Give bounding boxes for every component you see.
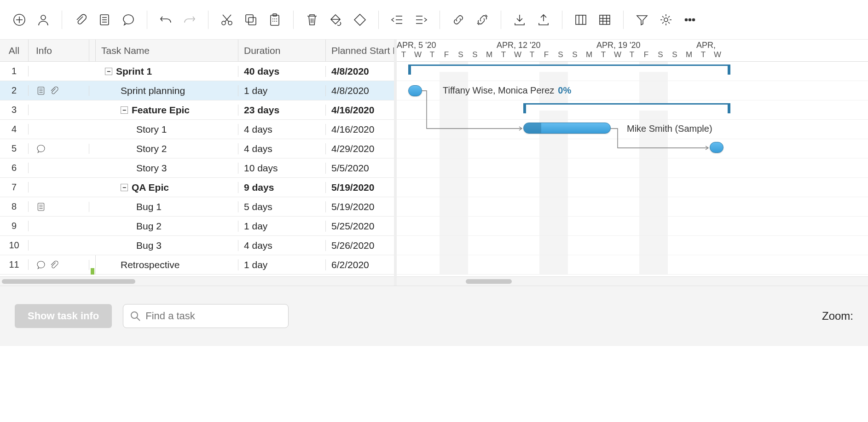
add-button[interactable] bbox=[9, 10, 29, 30]
gantt-body[interactable]: Tiffany Wise, Monica Perez0% Mike Smith … bbox=[397, 62, 868, 275]
col-header-start[interactable]: Planned Start D bbox=[326, 40, 394, 61]
col-header-all[interactable]: All bbox=[0, 40, 29, 61]
search-box[interactable] bbox=[123, 304, 289, 328]
unlink-button[interactable] bbox=[472, 10, 492, 30]
task-row[interactable]: 1−Sprint 140 days4/8/2020 bbox=[0, 62, 394, 81]
task-row[interactable]: 6Story 310 days5/5/2020 bbox=[0, 158, 394, 178]
fill-button[interactable] bbox=[326, 10, 346, 30]
notes-button[interactable] bbox=[94, 10, 115, 30]
row-number[interactable]: 9 bbox=[0, 221, 29, 231]
task-name-cell[interactable]: Bug 3 bbox=[96, 240, 238, 251]
task-name-cell[interactable]: Bug 2 bbox=[96, 221, 238, 232]
upload-button[interactable] bbox=[533, 10, 554, 30]
start-date-cell[interactable]: 6/2/2020 bbox=[326, 259, 394, 270]
settings-button[interactable] bbox=[656, 10, 676, 30]
duration-cell[interactable]: 4 days bbox=[238, 143, 326, 154]
show-task-info-button[interactable]: Show task info bbox=[15, 304, 112, 328]
row-number[interactable]: 4 bbox=[0, 124, 29, 135]
columns-button[interactable] bbox=[571, 10, 591, 30]
expand-toggle[interactable]: − bbox=[121, 106, 128, 114]
paste-button[interactable] bbox=[265, 10, 285, 30]
task-name-cell[interactable]: Bug 1 bbox=[96, 201, 238, 212]
person-button[interactable] bbox=[33, 10, 53, 30]
row-number[interactable]: 5 bbox=[0, 143, 29, 154]
more-button[interactable] bbox=[680, 10, 700, 30]
copy-button[interactable] bbox=[241, 10, 261, 30]
start-date-cell[interactable]: 5/19/2020 bbox=[326, 201, 394, 212]
delete-button[interactable] bbox=[302, 10, 322, 30]
duration-cell[interactable]: 4 days bbox=[238, 240, 326, 251]
task-name-cell[interactable]: Story 1 bbox=[96, 124, 238, 135]
download-button[interactable] bbox=[509, 10, 530, 30]
row-number[interactable]: 6 bbox=[0, 163, 29, 173]
grid-button[interactable] bbox=[595, 10, 615, 30]
task-row[interactable]: 4Story 14 days4/16/2020 bbox=[0, 120, 394, 139]
grid-horizontal-scrollbar[interactable] bbox=[0, 276, 394, 286]
duration-cell[interactable]: 5 days bbox=[238, 201, 326, 212]
start-date-cell[interactable]: 5/25/2020 bbox=[326, 221, 394, 232]
cut-button[interactable] bbox=[217, 10, 237, 30]
task-name-cell[interactable]: −QA Epic bbox=[96, 182, 238, 193]
row-number[interactable]: 3 bbox=[0, 105, 29, 115]
duration-cell[interactable]: 40 days bbox=[238, 66, 326, 77]
task-row[interactable]: 5Story 24 days4/29/2020 bbox=[0, 139, 394, 158]
task-name-cell[interactable]: −Sprint 1 bbox=[96, 66, 238, 77]
outdent-button[interactable] bbox=[387, 10, 407, 30]
comment-icon[interactable] bbox=[36, 260, 46, 270]
task-row[interactable]: 7−QA Epic9 days5/19/2020 bbox=[0, 178, 394, 197]
start-date-cell[interactable]: 4/8/2020 bbox=[326, 66, 394, 77]
indent-button[interactable] bbox=[411, 10, 431, 30]
task-row[interactable]: 8Bug 15 days5/19/2020 bbox=[0, 197, 394, 217]
task-row[interactable]: 10Bug 34 days5/26/2020 bbox=[0, 236, 394, 255]
day-label: F bbox=[440, 50, 454, 61]
duration-cell[interactable]: 4 days bbox=[238, 124, 326, 135]
undo-button[interactable] bbox=[156, 10, 176, 30]
row-number[interactable]: 1 bbox=[0, 66, 29, 76]
clip-icon[interactable] bbox=[49, 86, 59, 96]
expand-toggle[interactable]: − bbox=[105, 68, 112, 75]
notes-icon[interactable] bbox=[36, 202, 46, 212]
row-number[interactable]: 11 bbox=[0, 259, 29, 270]
task-row[interactable]: 2Sprint planning1 day4/8/2020 bbox=[0, 81, 394, 100]
col-header-task[interactable]: Task Name bbox=[96, 40, 238, 61]
task-row[interactable]: 9Bug 21 day5/25/2020 bbox=[0, 217, 394, 236]
attachment-button[interactable] bbox=[70, 10, 91, 30]
row-number[interactable]: 7 bbox=[0, 182, 29, 193]
col-header-duration[interactable]: Duration bbox=[238, 40, 326, 61]
comment-button[interactable] bbox=[118, 10, 139, 30]
task-name-cell[interactable]: −Feature Epic bbox=[96, 105, 238, 116]
task-row[interactable]: 3−Feature Epic23 days4/16/2020 bbox=[0, 100, 394, 120]
col-header-info[interactable]: Info bbox=[29, 40, 89, 61]
expand-toggle[interactable]: − bbox=[121, 184, 128, 191]
diamond-button[interactable] bbox=[350, 10, 370, 30]
task-name-cell[interactable]: Story 3 bbox=[96, 163, 238, 174]
redo-button[interactable] bbox=[179, 10, 200, 30]
start-date-cell[interactable]: 5/19/2020 bbox=[326, 182, 394, 193]
start-date-cell[interactable]: 5/5/2020 bbox=[326, 163, 394, 174]
link-button[interactable] bbox=[448, 10, 469, 30]
clip-icon[interactable] bbox=[49, 260, 59, 270]
row-number[interactable]: 10 bbox=[0, 240, 29, 251]
duration-cell[interactable]: 1 day bbox=[238, 85, 326, 96]
duration-cell[interactable]: 1 day bbox=[238, 221, 326, 232]
start-date-cell[interactable]: 4/16/2020 bbox=[326, 105, 394, 116]
gantt-horizontal-scrollbar[interactable] bbox=[397, 276, 868, 286]
row-number[interactable]: 8 bbox=[0, 201, 29, 212]
task-name-cell[interactable]: Sprint planning bbox=[96, 85, 238, 96]
search-input[interactable] bbox=[145, 310, 282, 322]
duration-cell[interactable]: 23 days bbox=[238, 105, 326, 116]
comment-icon[interactable] bbox=[36, 144, 46, 154]
start-date-cell[interactable]: 4/16/2020 bbox=[326, 124, 394, 135]
duration-cell[interactable]: 1 day bbox=[238, 259, 326, 270]
start-date-cell[interactable]: 4/8/2020 bbox=[326, 85, 394, 96]
duration-cell[interactable]: 10 days bbox=[238, 163, 326, 174]
task-name-cell[interactable]: Retrospective bbox=[96, 259, 238, 270]
task-row[interactable]: 11Retrospective1 day6/2/2020 bbox=[0, 255, 394, 275]
filter-button[interactable] bbox=[632, 10, 652, 30]
row-number[interactable]: 2 bbox=[0, 85, 29, 96]
task-name-cell[interactable]: Story 2 bbox=[96, 143, 238, 154]
duration-cell[interactable]: 9 days bbox=[238, 182, 326, 193]
start-date-cell[interactable]: 5/26/2020 bbox=[326, 240, 394, 251]
notes-icon[interactable] bbox=[36, 86, 46, 96]
start-date-cell[interactable]: 4/29/2020 bbox=[326, 143, 394, 154]
